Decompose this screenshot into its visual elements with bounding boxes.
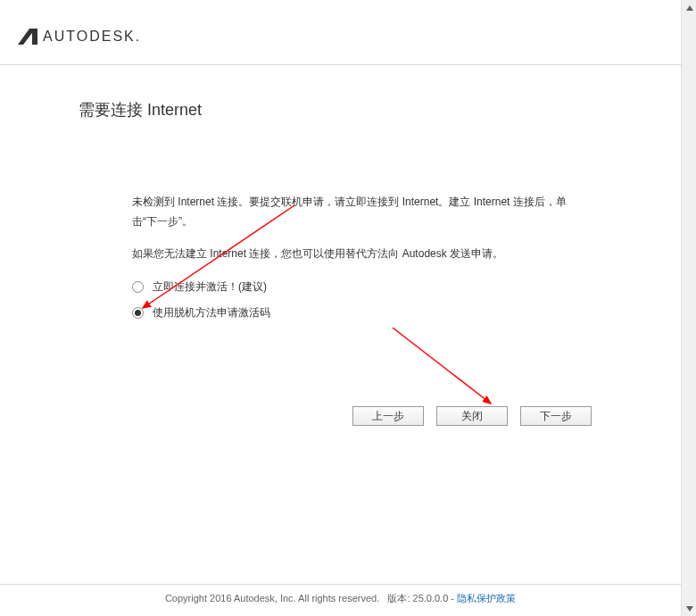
radio-connect-now[interactable]: 立即连接并激活！(建议) [132,279,602,295]
footer-version: 25.0.0.0 [413,593,449,604]
main-content: 需要连接 Internet 未检测到 Internet 连接。要提交联机申请，请… [0,65,681,320]
close-button[interactable]: 关闭 [436,406,508,426]
page-title: 需要连接 Internet [79,99,602,121]
radio-group: 立即连接并激活！(建议) 使用脱机方法申请激活码 [132,279,602,320]
scroll-up-icon[interactable] [682,0,696,15]
footer: Copyright 2016 Autodesk, Inc. All rights… [0,584,681,605]
scroll-down-icon[interactable] [682,601,696,616]
annotation-arrow-2 [388,323,504,412]
radio-indicator [132,307,144,319]
paragraph-1: 未检测到 Internet 连接。要提交联机申请，请立即连接到 Internet… [132,192,576,231]
footer-copyright: Copyright 2016 Autodesk, Inc. All rights… [165,593,379,604]
svg-line-1 [393,328,491,404]
radio-offline-method[interactable]: 使用脱机方法申请激活码 [132,305,602,320]
footer-divider [0,584,681,585]
radio-label: 使用脱机方法申请激活码 [153,305,270,320]
next-button[interactable]: 下一步 [520,406,592,426]
paragraph-2: 如果您无法建立 Internet 连接，您也可以使用替代方法向 Autodesk… [132,244,576,263]
header: AUTODESK. [0,0,681,64]
autodesk-logo-icon [18,29,37,45]
button-row: 上一步 关闭 下一步 [352,406,592,426]
vertical-scrollbar[interactable] [681,0,696,616]
autodesk-logo-text: AUTODESK. [43,29,141,45]
back-button[interactable]: 上一步 [352,406,424,426]
privacy-link[interactable]: 隐私保护政策 [457,593,516,604]
radio-indicator [132,281,144,293]
autodesk-logo: AUTODESK. [18,29,681,45]
footer-version-label: 版本: [387,593,410,604]
footer-sep: - [451,593,454,604]
radio-label: 立即连接并激活！(建议) [153,279,267,295]
